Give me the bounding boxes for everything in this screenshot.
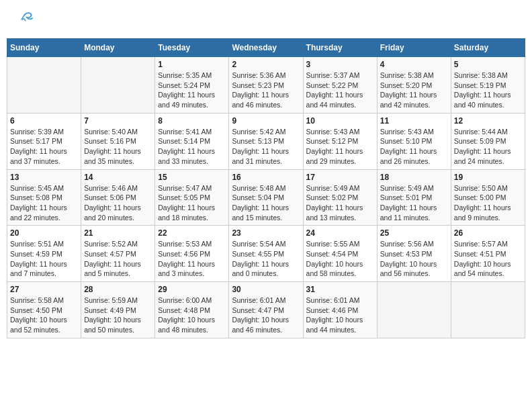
day-info: Sunrise: 5:35 AM Sunset: 5:24 PM Dayligh… [158,71,226,110]
day-number: 10 [306,116,374,126]
day-number: 11 [380,116,448,126]
day-info: Sunrise: 5:49 AM Sunset: 5:01 PM Dayligh… [380,183,448,223]
day-number: 29 [158,285,226,294]
calendar-cell: 23Sunrise: 5:54 AM Sunset: 4:55 PM Dayli… [229,226,303,282]
day-info: Sunrise: 5:38 AM Sunset: 5:20 PM Dayligh… [380,71,448,110]
day-number: 31 [306,285,374,294]
calendar-cell: 10Sunrise: 5:43 AM Sunset: 5:12 PM Dayli… [303,113,377,169]
calendar: SundayMondayTuesdayWednesdayThursdayFrid… [7,38,525,338]
calendar-cell: 19Sunrise: 5:50 AM Sunset: 5:00 PM Dayli… [451,169,525,226]
day-info: Sunrise: 5:57 AM Sunset: 4:51 PM Dayligh… [454,239,522,279]
day-info: Sunrise: 5:43 AM Sunset: 5:12 PM Dayligh… [306,127,374,167]
day-info: Sunrise: 5:47 AM Sunset: 5:05 PM Dayligh… [158,183,226,223]
day-number: 2 [232,60,300,69]
day-number: 5 [454,60,522,69]
day-info: Sunrise: 5:56 AM Sunset: 4:53 PM Dayligh… [380,239,448,279]
day-info: Sunrise: 5:40 AM Sunset: 5:16 PM Dayligh… [84,127,152,167]
calendar-week-row: 6Sunrise: 5:39 AM Sunset: 5:17 PM Daylig… [7,113,525,169]
day-of-week-header: Thursday [303,39,377,57]
calendar-week-row: 27Sunrise: 5:58 AM Sunset: 4:50 PM Dayli… [7,282,525,338]
page-header [7,7,525,32]
calendar-cell: 5Sunrise: 5:38 AM Sunset: 5:19 PM Daylig… [451,57,525,113]
calendar-cell: 16Sunrise: 5:48 AM Sunset: 5:04 PM Dayli… [229,169,303,226]
day-number: 13 [10,173,78,182]
day-number: 16 [232,173,300,182]
calendar-cell: 17Sunrise: 5:49 AM Sunset: 5:02 PM Dayli… [303,169,377,226]
calendar-cell: 1Sunrise: 5:35 AM Sunset: 5:24 PM Daylig… [155,57,229,113]
calendar-cell: 4Sunrise: 5:38 AM Sunset: 5:20 PM Daylig… [377,57,451,113]
calendar-cell: 27Sunrise: 5:58 AM Sunset: 4:50 PM Dayli… [7,282,81,338]
day-number: 27 [10,285,78,294]
day-of-week-header: Monday [81,39,155,57]
calendar-week-row: 13Sunrise: 5:45 AM Sunset: 5:08 PM Dayli… [7,169,525,226]
calendar-cell: 30Sunrise: 6:01 AM Sunset: 4:47 PM Dayli… [229,282,303,338]
calendar-cell: 21Sunrise: 5:52 AM Sunset: 4:57 PM Dayli… [81,226,155,282]
day-info: Sunrise: 5:54 AM Sunset: 4:55 PM Dayligh… [232,239,300,279]
day-info: Sunrise: 5:38 AM Sunset: 5:19 PM Dayligh… [454,71,522,110]
day-of-week-header: Friday [377,39,451,57]
day-info: Sunrise: 5:49 AM Sunset: 5:02 PM Dayligh… [306,183,374,223]
calendar-cell: 12Sunrise: 5:44 AM Sunset: 5:09 PM Dayli… [451,113,525,169]
day-number: 24 [306,228,374,238]
day-info: Sunrise: 5:42 AM Sunset: 5:13 PM Dayligh… [232,127,300,167]
day-number: 4 [380,60,448,69]
day-number: 7 [84,116,152,126]
day-info: Sunrise: 5:59 AM Sunset: 4:49 PM Dayligh… [84,295,152,335]
calendar-cell: 22Sunrise: 5:53 AM Sunset: 4:56 PM Dayli… [155,226,229,282]
day-info: Sunrise: 5:37 AM Sunset: 5:22 PM Dayligh… [306,71,374,110]
calendar-week-row: 20Sunrise: 5:51 AM Sunset: 4:59 PM Dayli… [7,226,525,282]
day-info: Sunrise: 5:43 AM Sunset: 5:10 PM Dayligh… [380,127,448,167]
day-info: Sunrise: 5:48 AM Sunset: 5:04 PM Dayligh… [232,183,300,223]
day-number: 8 [158,116,226,126]
calendar-cell: 9Sunrise: 5:42 AM Sunset: 5:13 PM Daylig… [229,113,303,169]
calendar-cell: 18Sunrise: 5:49 AM Sunset: 5:01 PM Dayli… [377,169,451,226]
day-info: Sunrise: 5:41 AM Sunset: 5:14 PM Dayligh… [158,127,226,167]
calendar-week-row: 1Sunrise: 5:35 AM Sunset: 5:24 PM Daylig… [7,57,525,113]
day-number: 19 [454,173,522,182]
day-number: 20 [10,228,78,238]
calendar-cell: 3Sunrise: 5:37 AM Sunset: 5:22 PM Daylig… [303,57,377,113]
calendar-cell: 11Sunrise: 5:43 AM Sunset: 5:10 PM Dayli… [377,113,451,169]
calendar-cell: 14Sunrise: 5:46 AM Sunset: 5:06 PM Dayli… [81,169,155,226]
calendar-cell: 6Sunrise: 5:39 AM Sunset: 5:17 PM Daylig… [7,113,81,169]
day-of-week-header: Tuesday [155,39,229,57]
logo [13,10,34,28]
day-info: Sunrise: 5:53 AM Sunset: 4:56 PM Dayligh… [158,239,226,279]
day-info: Sunrise: 5:51 AM Sunset: 4:59 PM Dayligh… [10,239,78,279]
day-info: Sunrise: 5:44 AM Sunset: 5:09 PM Dayligh… [454,127,522,167]
day-of-week-header: Wednesday [229,39,303,57]
calendar-cell: 7Sunrise: 5:40 AM Sunset: 5:16 PM Daylig… [81,113,155,169]
day-number: 18 [380,173,448,182]
day-number: 3 [306,60,374,69]
calendar-cell: 31Sunrise: 6:01 AM Sunset: 4:46 PM Dayli… [303,282,377,338]
calendar-cell: 26Sunrise: 5:57 AM Sunset: 4:51 PM Dayli… [451,226,525,282]
day-info: Sunrise: 6:01 AM Sunset: 4:46 PM Dayligh… [306,295,374,335]
calendar-cell: 24Sunrise: 5:55 AM Sunset: 4:54 PM Dayli… [303,226,377,282]
calendar-cell: 25Sunrise: 5:56 AM Sunset: 4:53 PM Dayli… [377,226,451,282]
day-info: Sunrise: 5:58 AM Sunset: 4:50 PM Dayligh… [10,295,78,335]
day-number: 12 [454,116,522,126]
day-info: Sunrise: 5:55 AM Sunset: 4:54 PM Dayligh… [306,239,374,279]
logo-bird-icon [15,10,34,31]
day-number: 22 [158,228,226,238]
day-info: Sunrise: 5:36 AM Sunset: 5:23 PM Dayligh… [232,71,300,110]
calendar-cell: 28Sunrise: 5:59 AM Sunset: 4:49 PM Dayli… [81,282,155,338]
day-info: Sunrise: 5:45 AM Sunset: 5:08 PM Dayligh… [10,183,78,223]
calendar-cell [7,57,81,113]
day-number: 15 [158,173,226,182]
day-info: Sunrise: 5:39 AM Sunset: 5:17 PM Dayligh… [10,127,78,167]
day-info: Sunrise: 6:01 AM Sunset: 4:47 PM Dayligh… [232,295,300,335]
day-number: 25 [380,228,448,238]
day-number: 1 [158,60,226,69]
day-number: 26 [454,228,522,238]
day-number: 17 [306,173,374,182]
calendar-cell [451,282,525,338]
day-info: Sunrise: 6:00 AM Sunset: 4:48 PM Dayligh… [158,295,226,335]
day-info: Sunrise: 5:50 AM Sunset: 5:00 PM Dayligh… [454,183,522,223]
calendar-header-row: SundayMondayTuesdayWednesdayThursdayFrid… [7,39,525,57]
calendar-cell: 8Sunrise: 5:41 AM Sunset: 5:14 PM Daylig… [155,113,229,169]
calendar-cell: 15Sunrise: 5:47 AM Sunset: 5:05 PM Dayli… [155,169,229,226]
day-info: Sunrise: 5:52 AM Sunset: 4:57 PM Dayligh… [84,239,152,279]
calendar-cell [377,282,451,338]
day-number: 30 [232,285,300,294]
